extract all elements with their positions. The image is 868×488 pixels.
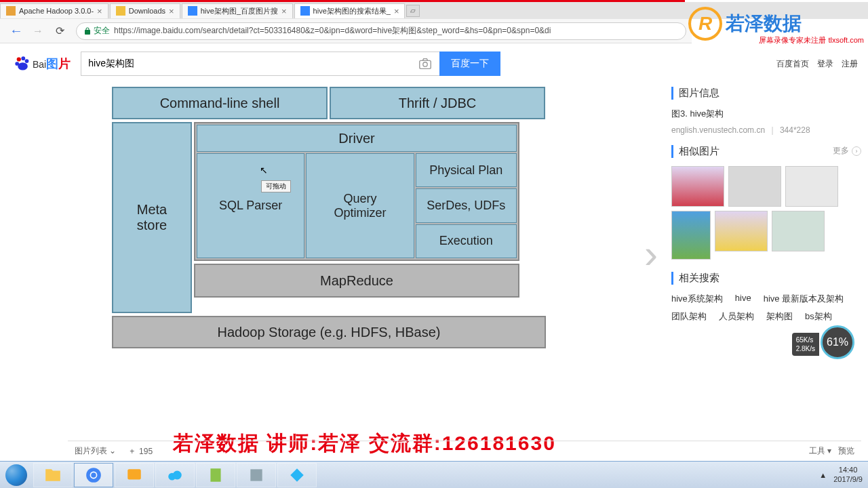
section-similar: 相似图片 更多› [671, 145, 861, 158]
close-icon[interactable]: × [97, 6, 102, 16]
diagram-box-physical-plan: Physical Plan [416, 153, 517, 187]
network-speed-info: 65K/s 2.8K/s [792, 333, 819, 356]
logo-circle: R [688, 7, 722, 41]
address-field[interactable]: 安全 https://image.baidu.com/search/detail… [76, 22, 686, 40]
tab-favicon [6, 6, 16, 16]
reload-button[interactable]: ⟳ [52, 23, 68, 39]
svg-rect-13 [210, 468, 220, 482]
similar-thumb[interactable] [728, 166, 781, 207]
main-image-area: Command-line shell Thrift / JDBC Meta st… [0, 80, 665, 434]
similar-thumb[interactable] [671, 166, 724, 207]
chevron-right-icon: › [852, 146, 861, 156]
section-image-info: 图片信息 [671, 87, 861, 100]
baidu-header: Bai图片 百度一下 百度首页 登录 注册 [0, 47, 868, 80]
similar-thumb[interactable] [785, 166, 838, 207]
image-source[interactable]: english.venustech.com.cn [671, 125, 765, 135]
browser-tab[interactable]: hive架构图_百度图片搜 × [182, 3, 293, 18]
image-toolbar: 图片列表 ⌄ + 195 工具 ▾ 预览 [68, 441, 861, 461]
related-item[interactable]: bs架构 [805, 310, 832, 323]
search-button[interactable]: 百度一下 [439, 52, 500, 76]
notepad-icon [207, 466, 224, 484]
related-item[interactable]: 人员架构 [719, 310, 754, 323]
section-related: 相关搜索 [671, 272, 861, 285]
secure-badge: 安全 [83, 25, 110, 37]
more-link[interactable]: 更多› [833, 145, 861, 157]
tab-title: Downloads [129, 7, 165, 15]
close-icon[interactable]: × [281, 6, 287, 16]
tab-favicon [300, 6, 310, 16]
image-list-toggle[interactable]: 图片列表 ⌄ [75, 445, 116, 457]
taskbar-item-cloud[interactable] [155, 463, 195, 487]
taskbar-item-app1[interactable] [237, 463, 276, 487]
related-item[interactable]: 架构图 [766, 310, 793, 323]
hive-architecture-diagram[interactable]: Command-line shell Thrift / JDBC Meta st… [112, 87, 546, 351]
tab-favicon [188, 6, 197, 16]
svg-rect-14 [250, 469, 262, 481]
start-button[interactable] [0, 462, 33, 489]
related-item[interactable]: hive 最新版本及架构 [764, 293, 844, 305]
system-tray[interactable]: ▲ 14:40 2017/9/9 [814, 466, 868, 483]
new-tab-button[interactable]: ▱ [406, 5, 420, 17]
forward-button[interactable]: → [30, 23, 46, 39]
diagram-box-sql-parser: SQL Parser [197, 153, 304, 258]
home-link[interactable]: 百度首页 [776, 58, 809, 70]
header-links: 百度首页 登录 注册 [776, 58, 858, 70]
image-title: 图3. hive架构 [671, 108, 861, 120]
diagram-box-thrift: Thrift / JDBC [330, 87, 545, 119]
windows-orb-icon [5, 464, 27, 486]
cursor-icon: ↖ [260, 165, 268, 176]
taskbar-item-vm[interactable] [115, 463, 154, 487]
similar-thumb[interactable] [715, 211, 768, 251]
related-searches: hive系统架构 hive hive 最新版本及架构 团队架构 人员架构 架构图… [671, 293, 861, 323]
svg-point-9 [91, 472, 96, 478]
svg-rect-10 [127, 469, 141, 479]
taskbar-item-chrome[interactable] [74, 463, 113, 487]
related-item[interactable]: hive [735, 293, 751, 305]
taskbar-clock[interactable]: 14:40 2017/9/9 [833, 466, 863, 483]
similar-thumb[interactable] [671, 211, 711, 260]
browser-tab[interactable]: Downloads × [110, 3, 180, 18]
close-icon[interactable]: × [394, 6, 399, 16]
lock-icon [83, 27, 92, 35]
svg-point-6 [423, 62, 427, 66]
speed-gauge[interactable]: 61% [821, 325, 854, 359]
baidu-logo[interactable]: Bai图片 [14, 55, 71, 73]
svg-point-4 [18, 62, 28, 70]
windows-taskbar: ▲ 14:40 2017/9/9 [0, 461, 868, 488]
tray-icon[interactable]: ▲ [819, 471, 827, 479]
svg-point-1 [21, 56, 25, 60]
camera-icon[interactable] [418, 56, 433, 71]
diagram-box-execution: Execution [416, 224, 517, 258]
image-meta: english.venustech.com.cn | 344*228 [671, 125, 861, 135]
app-icon [288, 466, 306, 484]
search-box [81, 52, 440, 76]
watermark-note: 屏幕录像专家未注册 tlxsoft.com [759, 35, 864, 45]
tools-dropdown[interactable]: 工具 ▾ [809, 445, 831, 457]
vm-icon [125, 466, 143, 484]
taskbar-item-notepad[interactable] [196, 463, 235, 487]
diagram-box-query-optimizer: Query Optimizer [306, 153, 414, 258]
register-link[interactable]: 注册 [842, 58, 858, 70]
browser-tab[interactable]: Apache Hadoop 3.0.0- × [0, 3, 108, 18]
address-bar: ← → ⟳ 安全 https://image.baidu.com/search/… [0, 19, 692, 43]
diagram-box-metastore: Meta store [112, 122, 192, 313]
browser-tab-active[interactable]: hive架构图的搜索结果_ × [294, 3, 406, 18]
similar-thumb[interactable] [772, 211, 825, 251]
login-link[interactable]: 登录 [817, 58, 833, 70]
related-item[interactable]: hive系统架构 [671, 293, 723, 305]
diagram-box-hadoop-storage: Hadoop Storage (e.g. HDFS, HBase) [112, 316, 546, 348]
back-button[interactable]: ← [8, 23, 24, 39]
taskbar-item-explorer[interactable] [33, 463, 73, 487]
taskbar-item-app2[interactable] [277, 463, 317, 487]
close-icon[interactable]: × [169, 6, 174, 16]
preview-button[interactable]: 预览 [838, 445, 854, 457]
tab-title: hive架构图的搜索结果_ [313, 6, 391, 16]
zoom-controls[interactable]: + 195 [130, 447, 153, 456]
similar-images-grid [671, 166, 861, 260]
related-item[interactable]: 团队架构 [671, 310, 707, 323]
next-image-button[interactable]: › [644, 230, 658, 277]
svg-point-0 [17, 57, 21, 61]
search-input[interactable] [81, 58, 411, 69]
logo-brand: 若泽数据 [726, 11, 802, 37]
svg-point-12 [173, 470, 182, 479]
